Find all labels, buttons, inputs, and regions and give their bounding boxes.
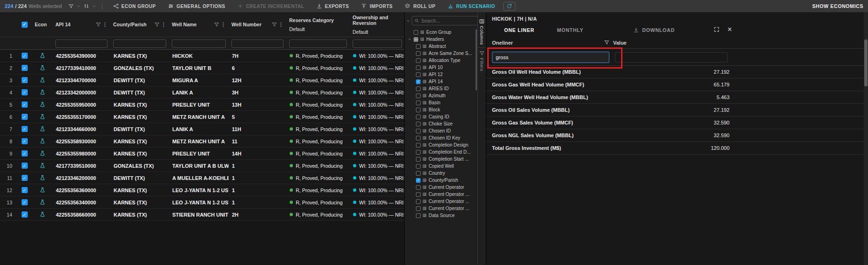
econ-icon[interactable] (39, 53, 46, 59)
row-checkbox[interactable]: ✓ (22, 175, 28, 181)
row-checkbox[interactable]: ✓ (22, 199, 28, 205)
oneliner-row[interactable]: Gross Oil Well Head Volume (MBBL)27.192 (486, 66, 868, 78)
ownership-filter-input[interactable] (353, 39, 402, 48)
tree-item-checkbox[interactable] (416, 44, 421, 49)
window-scrollbar[interactable] (864, 12, 868, 265)
tree-item-completion-end-d-[interactable]: Completion End D... (405, 148, 477, 156)
tree-item-current-operator[interactable]: Current Operator (405, 184, 477, 191)
well-row[interactable]: 7✓42123344660000DEWITT (TX)LANIK A11HR, … (0, 123, 404, 135)
tree-item-checkbox[interactable] (416, 115, 421, 119)
tree-item-basin[interactable]: Basin (405, 99, 477, 106)
api14-filter-icon[interactable] (96, 22, 101, 27)
tree-item-azimuth[interactable]: Azimuth (405, 92, 477, 99)
api14-header[interactable]: API 14 ⋮ (53, 12, 110, 37)
oneliner-column-header[interactable]: Oneliner (486, 40, 613, 46)
oneliner-row[interactable]: Gross NGL Sales Volume (MBBL)32.590 (486, 129, 868, 142)
tree-search-box[interactable] (412, 16, 477, 25)
econ-icon[interactable] (39, 187, 46, 193)
expand-icon[interactable] (714, 26, 720, 32)
well-row[interactable]: 14✓42255358660000KARNES (TX)STIEREN RANC… (0, 209, 404, 221)
row-checkbox[interactable]: ✓ (22, 89, 28, 95)
tab-monthly[interactable]: MONTHLY (545, 23, 595, 37)
toolbar-button-econ-group[interactable]: ECON GROUP (108, 0, 161, 12)
reserves-filter-input[interactable] (289, 39, 347, 48)
row-checkbox[interactable]: ✓ (22, 150, 28, 156)
well-row[interactable]: 5✓42255355950000KARNES (TX)PRESLEY UNIT1… (0, 99, 404, 111)
econ-icon[interactable] (39, 65, 46, 71)
select-all-checkbox[interactable]: ✓ (22, 22, 28, 28)
tree-item-checkbox[interactable]: ✓ (416, 178, 421, 183)
tree-item-checkbox[interactable] (416, 171, 421, 176)
tree-checkbox[interactable] (414, 30, 418, 35)
tab-filters[interactable]: Filters (478, 47, 486, 74)
tree-item-checkbox[interactable] (416, 58, 421, 63)
well-row[interactable]: 2✓42177339410000GONZALES (TX)TAYLOR UNIT… (0, 62, 404, 74)
value-filter-input[interactable] (615, 52, 728, 62)
tree-item-checkbox[interactable] (416, 101, 421, 105)
well-row[interactable]: 11✓42123346200000DEWITT (TX)A MUELLER A-… (0, 172, 404, 184)
tree-item-checkbox[interactable] (416, 65, 421, 70)
tree-search-input[interactable] (421, 18, 477, 23)
tab-one-liner[interactable]: ONE LINER (493, 23, 545, 37)
row-checkbox[interactable]: ✓ (22, 211, 28, 218)
tree-checkbox[interactable]: – (414, 37, 418, 42)
row-checkbox[interactable]: ✓ (22, 53, 28, 59)
tree-root-econ-group[interactable]: Econ Group (405, 29, 477, 36)
tree-item-checkbox[interactable] (416, 108, 421, 112)
tree-item-data-source[interactable]: Data Source (405, 212, 477, 219)
tree-item-checkbox[interactable] (416, 192, 421, 197)
oneliner-row[interactable]: Gross Gas Well Head Volume (MMCF)65.179 (486, 78, 868, 91)
tree-item-checkbox[interactable] (416, 164, 421, 169)
tree-item-abstract[interactable]: Abstract (405, 43, 477, 50)
tree-item-checkbox[interactable] (416, 129, 421, 133)
econ-icon[interactable] (39, 199, 46, 205)
toolbar-button-exports[interactable]: EXPORTS (311, 0, 354, 12)
well-number-menu-icon[interactable]: ⋮ (278, 22, 284, 27)
county-filter-input[interactable] (113, 39, 166, 48)
tree-item-chosen-id[interactable]: Chosen ID (405, 127, 477, 134)
tree-item-checkbox[interactable] (416, 51, 421, 56)
row-checkbox[interactable]: ✓ (22, 163, 28, 169)
well-name-menu-icon[interactable]: ⋮ (221, 22, 226, 27)
tree-item-block[interactable]: Block (405, 106, 477, 113)
county-filter-icon[interactable] (154, 22, 160, 27)
sort-chevron-down-icon[interactable] (92, 4, 96, 8)
row-checkbox[interactable]: ✓ (22, 101, 28, 108)
tree-item-checkbox[interactable] (416, 199, 421, 204)
tree-item-choke-size[interactable]: Choke Size (405, 120, 477, 127)
reserves-category-header[interactable]: Reserves Category Default (286, 12, 350, 37)
chevron-down-icon[interactable] (407, 37, 412, 41)
econ-icon[interactable] (39, 126, 46, 132)
tree-item-current-operator-[interactable]: Current Operator ... (405, 205, 477, 212)
econ-icon[interactable] (39, 175, 46, 181)
tree-item-casing-id[interactable]: Casing ID (405, 113, 477, 120)
value-column-header[interactable]: Value (613, 40, 730, 46)
api14-menu-icon[interactable]: ⋮ (102, 22, 108, 27)
tree-item-checkbox[interactable] (416, 206, 421, 211)
filter-icon[interactable] (68, 4, 75, 9)
tree-item-copied-well[interactable]: Copied Well (405, 163, 477, 170)
tree-item-county-parish[interactable]: ✓County/Parish (405, 177, 477, 184)
oneliner-search-input[interactable] (492, 52, 609, 63)
tree-item-current-operator-[interactable]: Current Operator ... (405, 198, 477, 205)
row-checkbox[interactable]: ✓ (22, 77, 28, 83)
econ-icon[interactable] (39, 163, 46, 169)
oneliner-filter-icon[interactable] (604, 40, 609, 45)
api14-filter-input[interactable] (55, 39, 108, 48)
tree-item-checkbox[interactable]: ✓ (416, 79, 421, 84)
tree-item-checkbox[interactable] (416, 150, 421, 155)
sort-icon[interactable] (83, 3, 90, 9)
well-row[interactable]: 3✓42123344700000DEWITT (TX)MIGURA A12HR,… (0, 74, 404, 86)
tree-item-checkbox[interactable] (416, 213, 421, 218)
well-row[interactable]: 10✓42177339510000GONZALES (TX)TAYLOR UNI… (0, 160, 404, 172)
well-row[interactable]: 6✓42255355170000KARNES (TX)METZ RANCH UN… (0, 111, 404, 123)
tree-item-checkbox[interactable] (416, 185, 421, 190)
toolbar-button-general-options[interactable]: GENERAL OPTIONS (163, 0, 230, 12)
tree-collapse-chevron-icon[interactable] (406, 19, 410, 23)
well-name-filter-icon[interactable] (214, 22, 219, 27)
ownership-header[interactable]: Ownership and Reversion Default (350, 12, 405, 37)
econ-icon[interactable] (39, 89, 46, 95)
tab-columns[interactable]: Columns (478, 16, 486, 47)
tree-scrollbar[interactable] (476, 29, 477, 90)
row-checkbox[interactable]: ✓ (22, 114, 28, 120)
